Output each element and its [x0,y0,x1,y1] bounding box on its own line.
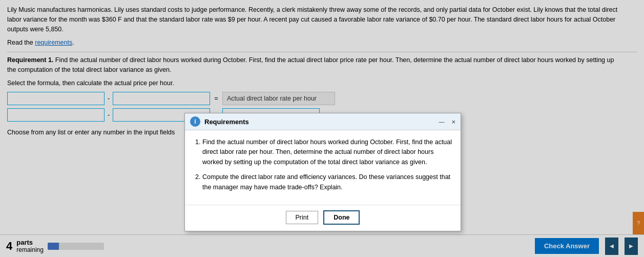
info-icon: i [190,116,200,127]
info-icon-label: i [194,118,196,125]
requirement-item-1: Find the actual number of direct labor h… [202,137,452,167]
requirements-list: Find the actual number of direct labor h… [193,137,452,192]
requirements-modal: i Requirements — × Find the actual numbe… [184,113,461,231]
modal-minimize-button[interactable]: — [439,118,444,125]
modal-title: Requirements [204,118,434,126]
requirement-item-1-text: Find the actual number of direct labor h… [202,139,452,166]
requirement-item-2: Compute the direct labor rate and effici… [202,172,452,192]
modal-close-button[interactable]: × [451,118,455,126]
requirement-item-2-text: Compute the direct labor rate and effici… [202,173,450,190]
print-button[interactable]: Print [286,211,319,224]
modal-body: Find the actual number of direct labor h… [185,130,461,205]
modal-footer: Print Done [185,205,461,231]
done-button[interactable]: Done [323,210,360,225]
modal-header: i Requirements — × [185,113,461,130]
